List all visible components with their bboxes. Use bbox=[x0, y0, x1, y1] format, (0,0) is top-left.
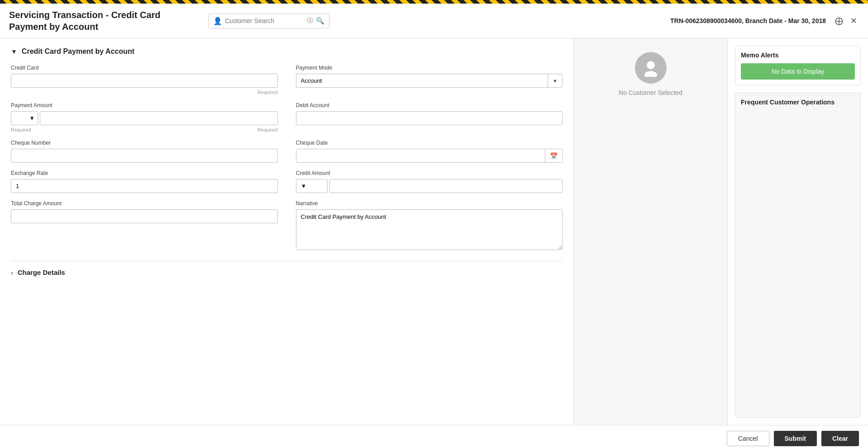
payment-amount-row: ▼ bbox=[11, 111, 278, 125]
person-icon: 👤 bbox=[213, 17, 222, 25]
window: Servicing Transaction - Credit Card Paym… bbox=[0, 4, 868, 448]
payment-mode-arrow-icon: ▼ bbox=[548, 74, 562, 87]
svg-point-1 bbox=[644, 71, 657, 77]
collapse-button[interactable]: ▼ bbox=[11, 48, 17, 55]
total-charge-amount-label: Total Charge Amount bbox=[11, 200, 278, 207]
credit-card-label: Credit Card bbox=[11, 65, 278, 71]
section-header: ▼ Credit Card Payment by Account bbox=[11, 47, 563, 56]
payment-amount-field: Payment Amount ▼ Required Required bbox=[11, 102, 278, 132]
avatar-icon bbox=[642, 59, 660, 77]
memo-alerts-title: Memo Alerts bbox=[741, 52, 855, 59]
payment-amount-required1: Required bbox=[11, 127, 31, 132]
credit-card-field: Credit Card Required bbox=[11, 65, 278, 95]
payment-amount-input[interactable] bbox=[40, 111, 278, 125]
footer-bar: Cancel Submit Clear bbox=[0, 425, 868, 448]
debit-account-label: Debit Account bbox=[296, 102, 563, 108]
payment-amount-required-row: Required Required bbox=[11, 127, 278, 132]
charge-details-title: Charge Details bbox=[18, 269, 65, 276]
exchange-rate-input[interactable] bbox=[11, 179, 278, 193]
content-area: ▼ Credit Card Payment by Account Credit … bbox=[0, 38, 868, 425]
clear-button[interactable]: Clear bbox=[821, 431, 859, 446]
title-bar-left: Servicing Transaction - Credit Card Paym… bbox=[9, 9, 329, 33]
debit-account-input[interactable] bbox=[296, 111, 563, 125]
cheque-date-field: Cheque Date 📅 bbox=[296, 140, 563, 163]
credit-amount-field: Credit Amount ▼ bbox=[296, 170, 563, 193]
trn-info: TRN-0062308900034600, Branch Date - Mar … bbox=[670, 17, 826, 24]
customer-search-input[interactable] bbox=[225, 17, 304, 24]
right-panel: Memo Alerts No Data to Display Frequent … bbox=[728, 38, 868, 425]
customer-avatar bbox=[635, 52, 667, 84]
credit-card-input[interactable] bbox=[11, 74, 278, 88]
payment-amount-required2: Required bbox=[258, 127, 278, 132]
clear-search-icon[interactable]: ⓧ bbox=[307, 17, 313, 25]
exchange-rate-field: Exchange Rate bbox=[11, 170, 278, 193]
charge-details-expand-button[interactable]: › bbox=[11, 269, 13, 276]
credit-currency-arrow-icon: ▼ bbox=[301, 183, 307, 189]
form-grid: Credit Card Required Payment Mode Accoun… bbox=[11, 65, 563, 250]
svg-point-0 bbox=[647, 61, 655, 69]
credit-amount-input[interactable] bbox=[329, 179, 563, 193]
payment-mode-select[interactable]: Account Cash Cheque bbox=[296, 74, 548, 87]
search-bar: 👤 ⓧ 🔍 bbox=[208, 14, 329, 28]
narrative-field: Narrative Credit Card Payment by Account bbox=[296, 200, 563, 250]
no-customer-text: No Customer Selected bbox=[619, 89, 682, 96]
cheque-date-calendar-icon[interactable]: 📅 bbox=[545, 150, 562, 162]
cheque-date-input[interactable] bbox=[296, 149, 545, 162]
payment-mode-select-wrap: Account Cash Cheque ▼ bbox=[296, 74, 563, 88]
cheque-number-input[interactable] bbox=[11, 149, 278, 163]
window-controls: ⨁ ✕ bbox=[833, 15, 859, 27]
title-bar-right: TRN-0062308900034600, Branch Date - Mar … bbox=[670, 15, 859, 27]
search-icon[interactable]: 🔍 bbox=[316, 17, 324, 25]
payment-currency-select[interactable]: ▼ bbox=[11, 111, 38, 125]
title-bar: Servicing Transaction - Credit Card Paym… bbox=[0, 4, 868, 38]
cheque-date-label: Cheque Date bbox=[296, 140, 563, 146]
cheque-number-label: Cheque Number bbox=[11, 140, 278, 146]
payment-mode-field: Payment Mode Account Cash Cheque ▼ bbox=[296, 65, 563, 95]
main-form: ▼ Credit Card Payment by Account Credit … bbox=[0, 38, 574, 425]
total-charge-amount-input[interactable] bbox=[11, 209, 278, 223]
payment-amount-label: Payment Amount bbox=[11, 102, 278, 108]
cancel-button[interactable]: Cancel bbox=[727, 431, 769, 446]
section-title: Credit Card Payment by Account bbox=[22, 47, 134, 56]
frequent-ops-section: Frequent Customer Operations bbox=[735, 93, 861, 418]
expand-button[interactable]: ⨁ bbox=[833, 15, 845, 27]
narrative-label: Narrative bbox=[296, 200, 563, 207]
payment-currency-arrow-icon: ▼ bbox=[29, 115, 35, 122]
no-data-badge: No Data to Display bbox=[741, 63, 855, 80]
debit-account-field: Debit Account bbox=[296, 102, 563, 132]
submit-button[interactable]: Submit bbox=[774, 431, 817, 446]
payment-mode-label: Payment Mode bbox=[296, 65, 563, 71]
exchange-rate-label: Exchange Rate bbox=[11, 170, 278, 176]
credit-amount-label: Credit Amount bbox=[296, 170, 563, 176]
cheque-date-input-wrap: 📅 bbox=[296, 149, 563, 163]
charge-details-section: › Charge Details bbox=[11, 261, 563, 276]
narrative-input[interactable]: Credit Card Payment by Account bbox=[296, 209, 563, 250]
customer-panel: No Customer Selected bbox=[574, 38, 728, 425]
memo-alerts-section: Memo Alerts No Data to Display bbox=[735, 46, 861, 85]
cheque-number-field: Cheque Number bbox=[11, 140, 278, 163]
credit-currency-select[interactable]: ▼ bbox=[296, 179, 328, 193]
credit-amount-row: ▼ bbox=[296, 179, 563, 193]
close-button[interactable]: ✕ bbox=[849, 15, 859, 27]
frequent-ops-title: Frequent Customer Operations bbox=[741, 99, 855, 106]
top-bar bbox=[0, 0, 868, 4]
credit-card-required: Required bbox=[11, 90, 278, 95]
charge-header: › Charge Details bbox=[11, 269, 563, 276]
total-charge-amount-field: Total Charge Amount bbox=[11, 200, 278, 250]
window-title: Servicing Transaction - Credit Card Paym… bbox=[9, 9, 199, 33]
